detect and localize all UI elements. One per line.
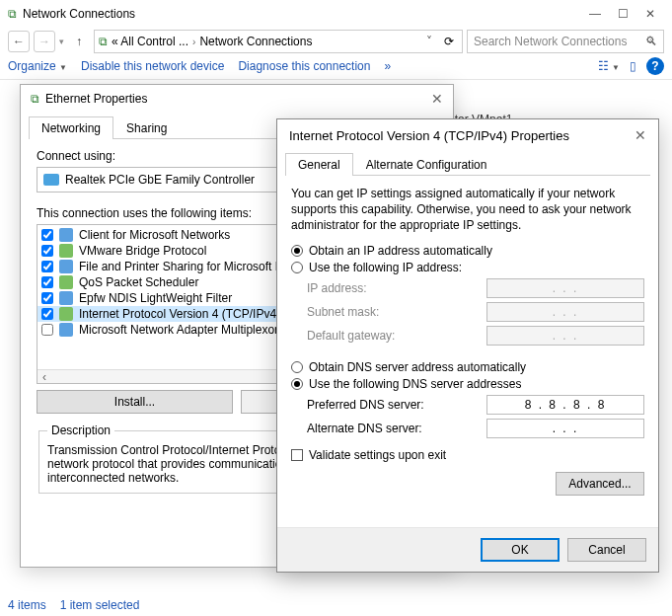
cancel-button[interactable]: Cancel xyxy=(567,538,646,562)
ip-blurb: You can get IP settings assigned automat… xyxy=(291,186,644,234)
list-item-label: File and Printer Sharing for Microsoft N xyxy=(79,260,283,273)
breadcrumb-root[interactable]: « All Control ... xyxy=(112,35,188,48)
list-item-label: Client for Microsoft Networks xyxy=(79,228,230,242)
radio-label: Obtain an IP address automatically xyxy=(309,244,492,258)
radio-dns-auto[interactable]: Obtain DNS server address automatically xyxy=(291,360,644,374)
default-gateway-label: Default gateway: xyxy=(307,329,486,343)
list-item-label: Internet Protocol Version 4 (TCP/IPv4) xyxy=(79,307,280,321)
status-item-count: 4 items xyxy=(8,598,46,612)
ipv4-properties-dialog: Internet Protocol Version 4 (TCP/IPv4) P… xyxy=(276,118,659,573)
radio-dns-manual[interactable]: Use the following DNS server addresses xyxy=(291,377,644,391)
organize-menu[interactable]: Organize ▼ xyxy=(8,59,67,73)
adapter-name: Realtek PCIe GbE Family Controller xyxy=(65,173,255,187)
minimize-button[interactable]: — xyxy=(581,7,609,21)
filter-icon xyxy=(59,291,73,305)
close-icon[interactable]: ✕ xyxy=(431,91,443,107)
radio-ip-manual[interactable]: Use the following IP address: xyxy=(291,261,644,274)
scroll-left-icon[interactable]: ‹ xyxy=(37,370,51,384)
history-dropdown[interactable]: ▾ xyxy=(59,37,64,46)
chevron-right-icon: › xyxy=(192,37,195,47)
tab-networking[interactable]: Networking xyxy=(29,116,113,139)
list-item-label: Microsoft Network Adapter Multiplexor xyxy=(79,323,278,337)
window-title: Network Connections xyxy=(23,7,135,21)
alternate-dns-label: Alternate DNS server: xyxy=(307,422,486,435)
control-panel-icon: ⧉ xyxy=(99,35,108,48)
close-icon[interactable]: ✕ xyxy=(635,127,646,143)
preferred-dns-input[interactable]: 8 . 8 . 8 . 8 xyxy=(486,395,644,415)
forward-button[interactable]: → xyxy=(34,31,55,52)
ip-address-label: IP address: xyxy=(307,281,486,295)
checkbox-label: Validate settings upon exit xyxy=(309,448,446,462)
list-item-label: Epfw NDIS LightWeight Filter xyxy=(79,291,232,305)
checkbox-icon xyxy=(291,449,303,461)
address-bar[interactable]: ⧉ « All Control ... › Network Connection… xyxy=(94,30,463,53)
subnet-mask-label: Subnet mask: xyxy=(307,305,486,319)
overflow-button[interactable]: » xyxy=(384,59,391,73)
protocol-icon xyxy=(59,244,73,258)
preferred-dns-label: Preferred DNS server: xyxy=(307,398,486,412)
list-item-label: QoS Packet Scheduler xyxy=(79,275,198,289)
radio-icon xyxy=(291,361,303,373)
item-checkbox[interactable] xyxy=(41,229,53,241)
ip-address-input: . . . xyxy=(486,278,644,298)
client-icon xyxy=(59,228,73,242)
alternate-dns-input[interactable]: . . . xyxy=(486,419,644,438)
radio-label: Use the following DNS server addresses xyxy=(309,377,521,391)
close-button[interactable]: ✕ xyxy=(636,7,664,21)
item-checkbox[interactable] xyxy=(41,261,53,272)
radio-label: Use the following IP address: xyxy=(309,261,462,274)
radio-icon xyxy=(291,262,303,273)
preview-pane-button[interactable]: ▯ xyxy=(630,59,636,73)
service-icon xyxy=(59,260,73,273)
protocol-icon xyxy=(59,307,73,321)
diagnose-button[interactable]: Diagnose this connection xyxy=(238,59,370,73)
advanced-button[interactable]: Advanced... xyxy=(556,472,644,496)
back-button[interactable]: ← xyxy=(8,31,30,52)
radio-ip-auto[interactable]: Obtain an IP address automatically xyxy=(291,244,644,258)
refresh-button[interactable]: ⟳ xyxy=(440,35,458,48)
radio-icon xyxy=(291,245,303,257)
ok-button[interactable]: OK xyxy=(481,538,560,562)
install-button[interactable]: Install... xyxy=(37,390,233,414)
service-icon xyxy=(59,275,73,289)
app-icon: ⧉ xyxy=(8,7,17,21)
up-button[interactable]: ↑ xyxy=(68,35,90,48)
list-item-label: VMware Bridge Protocol xyxy=(79,244,206,258)
address-dropdown[interactable]: ˅ xyxy=(422,35,436,48)
item-checkbox[interactable] xyxy=(41,245,53,257)
search-placeholder: Search Network Connections xyxy=(474,35,627,48)
search-input[interactable]: Search Network Connections 🔍︎ xyxy=(467,30,664,53)
item-checkbox[interactable] xyxy=(41,292,53,304)
status-selected-count: 1 item selected xyxy=(60,598,140,612)
dialog-icon: ⧉ xyxy=(31,92,39,106)
search-icon: 🔍︎ xyxy=(645,35,657,48)
tab-sharing[interactable]: Sharing xyxy=(113,116,180,139)
dialog-title: Internet Protocol Version 4 (TCP/IPv4) P… xyxy=(289,128,569,143)
description-title: Description xyxy=(47,424,114,437)
disable-device-button[interactable]: Disable this network device xyxy=(81,59,224,73)
protocol-icon xyxy=(59,323,73,337)
tab-alternate-configuration[interactable]: Alternate Configuration xyxy=(353,153,500,176)
breadcrumb-leaf[interactable]: Network Connections xyxy=(199,35,312,48)
item-checkbox[interactable] xyxy=(41,276,53,288)
validate-settings-checkbox[interactable]: Validate settings upon exit xyxy=(291,448,644,462)
dialog-title: Ethernet Properties xyxy=(45,92,147,106)
default-gateway-input: . . . xyxy=(486,326,644,346)
radio-label: Obtain DNS server address automatically xyxy=(309,360,526,374)
view-options-button[interactable]: ☷ ▼ xyxy=(598,59,620,73)
maximize-button[interactable]: ☐ xyxy=(609,7,636,21)
nic-icon xyxy=(43,174,59,186)
help-icon[interactable]: ? xyxy=(646,57,664,75)
radio-icon xyxy=(291,378,303,390)
item-checkbox[interactable] xyxy=(41,324,53,336)
subnet-mask-input: . . . xyxy=(486,302,644,322)
item-checkbox[interactable] xyxy=(41,308,53,320)
tab-general[interactable]: General xyxy=(285,153,353,176)
